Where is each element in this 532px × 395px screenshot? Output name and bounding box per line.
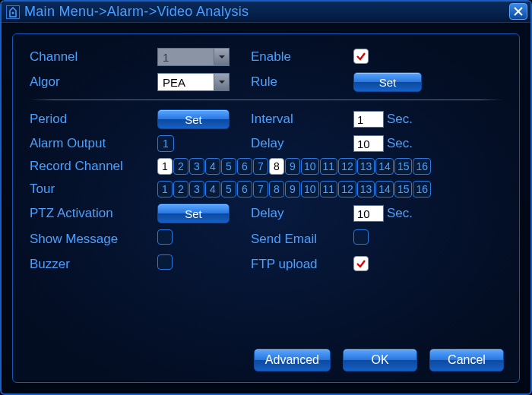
record-channel-13[interactable]: 13 — [357, 158, 375, 175]
ftp-upload-checkbox[interactable] — [353, 256, 369, 271]
label-ftp-upload: FTP upload — [251, 257, 347, 272]
record-channel-3[interactable]: 3 — [189, 158, 204, 175]
tour-channel-12[interactable]: 12 — [338, 181, 356, 198]
content-panel: Channel 1 Enable Algor PEA Rule Set Peri… — [12, 33, 520, 383]
window-video-analysis: Main Menu->Alarm->Video Analysis Channel… — [0, 0, 532, 395]
advanced-button[interactable]: Advanced — [254, 349, 331, 371]
tour-channel-14[interactable]: 14 — [375, 181, 394, 198]
record-channel-8[interactable]: 8 — [269, 158, 284, 175]
footer-buttons: Advanced OK Cancel — [254, 349, 504, 371]
ptz-delay-unit: Sec. — [387, 206, 413, 221]
form-grid-main: Period Set Interval 1 Sec. Alarm Output … — [30, 109, 502, 273]
label-ptz-activation: PTZ Activation — [30, 206, 151, 221]
interval-input[interactable]: 1 — [353, 111, 384, 128]
tour-channel-1[interactable]: 1 — [157, 181, 173, 198]
record-channel-11[interactable]: 11 — [320, 158, 338, 175]
tour-channel-15[interactable]: 15 — [394, 181, 413, 198]
close-icon — [514, 7, 523, 16]
cancel-button[interactable]: Cancel — [429, 349, 504, 371]
delay-unit: Sec. — [387, 136, 413, 151]
label-alarm-output: Alarm Output — [30, 136, 151, 151]
tour-channel-10[interactable]: 10 — [301, 181, 319, 198]
titlebar: Main Menu->Alarm->Video Analysis — [2, 2, 530, 23]
label-buzzer: Buzzer — [30, 257, 151, 272]
record-channel-1[interactable]: 1 — [157, 158, 173, 175]
buzzer-checkbox[interactable] — [157, 254, 173, 270]
label-enable: Enable — [251, 49, 347, 65]
record-channel-15[interactable]: 15 — [394, 158, 413, 175]
tour-channel-9[interactable]: 9 — [285, 181, 300, 198]
check-icon — [356, 258, 366, 269]
label-delay: Delay — [251, 136, 347, 151]
tour-channel-6[interactable]: 6 — [237, 181, 252, 198]
window-title: Main Menu->Alarm->Video Analysis — [24, 4, 249, 20]
record-channel-6[interactable]: 6 — [237, 158, 252, 175]
ptz-delay-input[interactable]: 10 — [353, 205, 384, 222]
label-tour: Tour — [30, 182, 151, 197]
tour-channel-3[interactable]: 3 — [189, 181, 204, 198]
tour-channel-16[interactable]: 16 — [413, 181, 431, 198]
record-channel-9[interactable]: 9 — [285, 158, 300, 175]
record-channel-5[interactable]: 5 — [221, 158, 236, 175]
channel-select[interactable]: 1 — [157, 48, 230, 66]
label-ptz-delay: Delay — [251, 206, 347, 221]
send-email-checkbox[interactable] — [353, 229, 369, 245]
app-icon — [6, 5, 20, 19]
record-channel-7[interactable]: 7 — [253, 158, 268, 175]
record-channel-10[interactable]: 10 — [301, 158, 319, 175]
record-channel-2[interactable]: 2 — [173, 158, 188, 175]
record-channel-strip: 12345678910111213141516 — [157, 158, 502, 175]
set-rule-button[interactable]: Set — [353, 72, 422, 92]
label-record-channel: Record Channel — [30, 159, 151, 174]
tour-channel-8[interactable]: 8 — [269, 181, 284, 198]
dropdown-arrow-icon — [214, 49, 229, 65]
tour-channel-11[interactable]: 11 — [320, 181, 338, 198]
label-send-email: Send Email — [251, 232, 347, 247]
svg-point-0 — [12, 11, 14, 14]
label-channel: Channel — [30, 49, 151, 65]
label-show-message: Show Message — [30, 232, 151, 247]
record-channel-14[interactable]: 14 — [375, 158, 394, 175]
label-period: Period — [30, 112, 151, 127]
show-message-checkbox[interactable] — [157, 229, 173, 245]
tour-channel-2[interactable]: 2 — [173, 181, 188, 198]
tour-channel-13[interactable]: 13 — [357, 181, 375, 198]
alarm-output-1[interactable]: 1 — [157, 135, 174, 152]
label-algor: Algor — [30, 74, 151, 90]
record-channel-16[interactable]: 16 — [413, 158, 431, 175]
tour-channel-7[interactable]: 7 — [253, 181, 268, 198]
set-period-button[interactable]: Set — [157, 109, 230, 129]
algor-select[interactable]: PEA — [157, 73, 230, 91]
dropdown-arrow-icon — [214, 74, 229, 90]
divider — [30, 100, 502, 100]
record-channel-12[interactable]: 12 — [338, 158, 356, 175]
delay-input[interactable]: 10 — [353, 135, 384, 152]
check-icon — [356, 51, 366, 62]
channel-value: 1 — [158, 49, 214, 65]
interval-unit: Sec. — [387, 112, 413, 127]
form-grid-top: Channel 1 Enable Algor PEA Rule Set — [30, 48, 502, 92]
set-ptz-button[interactable]: Set — [157, 204, 230, 223]
algor-value: PEA — [158, 74, 214, 90]
label-interval: Interval — [251, 112, 347, 127]
record-channel-4[interactable]: 4 — [205, 158, 220, 175]
tour-channel-5[interactable]: 5 — [221, 181, 236, 198]
enable-checkbox[interactable] — [353, 49, 369, 64]
tour-channel-4[interactable]: 4 — [205, 181, 220, 198]
close-button[interactable] — [509, 3, 527, 20]
tour-channel-strip: 12345678910111213141516 — [157, 181, 502, 198]
label-rule: Rule — [251, 74, 347, 90]
ok-button[interactable]: OK — [343, 349, 417, 371]
